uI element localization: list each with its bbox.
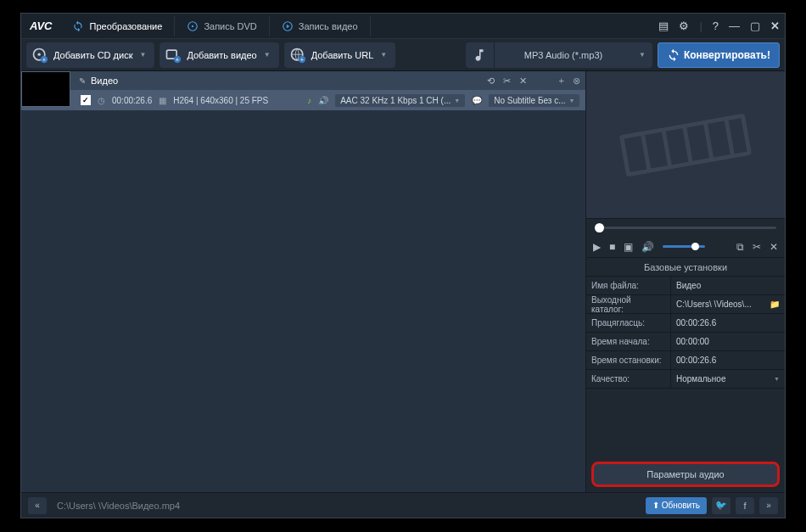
player-controls: ▶ ■ ▣ 🔊 ⧉ ✂ ✕ (586, 236, 785, 258)
chevron-down-icon: ▼ (264, 51, 271, 59)
list-empty-area (21, 110, 585, 492)
volume-slider[interactable] (663, 245, 705, 248)
stop-icon[interactable]: ■ (609, 241, 615, 253)
convert-label: Конвертировать! (684, 49, 770, 61)
thumbnail[interactable] (21, 71, 70, 107)
play-circle-icon (282, 20, 294, 32)
settings-header: Базовые установки (586, 258, 785, 277)
filename-value[interactable]: Видео (671, 277, 785, 294)
video-info-text: H264 | 640x360 | 25 FPS (173, 96, 268, 105)
prev-button[interactable]: « (28, 497, 47, 514)
volume-icon[interactable]: 🔊 (641, 241, 654, 253)
tab-dvd[interactable]: Запись DVD (175, 16, 269, 36)
stop-time[interactable]: 00:00:26.6 (671, 351, 785, 369)
tab-record[interactable]: Запись видео (270, 16, 371, 36)
play-icon[interactable]: ▶ (593, 241, 601, 253)
seek-slider[interactable] (586, 219, 785, 236)
row-duration: Працягласць:00:00:26.6 (586, 314, 785, 333)
audio-params-button[interactable]: Параметры аудио (591, 462, 780, 487)
tab-record-label: Запись видео (299, 21, 358, 31)
duration-text: 00:00:26.6 (112, 96, 152, 105)
logo: AVC (30, 20, 52, 32)
pencil-icon[interactable]: ✎ (79, 76, 86, 86)
window-controls: ▤ ⚙ | ? — ▢ ✕ (658, 20, 780, 32)
crop-icon[interactable]: ✕ (770, 241, 778, 253)
convert-button[interactable]: Конвертировать! (658, 42, 780, 68)
output-path[interactable]: C:\Users\ \Videos\...📁 (671, 295, 785, 313)
clock-icon: ◷ (98, 96, 105, 105)
add-url-button[interactable]: + Добавить URL ▼ (284, 42, 396, 68)
item-details: ✓ ◷ 00:00:26.6 ▦ H264 | 640x360 | 25 FPS… (21, 90, 585, 110)
add-cd-button[interactable]: + Добавить CD диск ▼ (26, 42, 154, 68)
facebook-icon[interactable]: f (736, 497, 754, 514)
refresh-icon (667, 48, 680, 62)
maximize-icon[interactable]: ▢ (750, 20, 760, 32)
output-format-select[interactable]: MP3 Audio (*.mp3) ▼ (466, 42, 652, 68)
svg-text:+: + (42, 56, 46, 62)
statusbar: « C:\Users\ \Videos\Видео.mp4 ⬆Обновить … (21, 492, 785, 518)
app-window: AVC Преобразование Запись DVD Запись вид… (20, 13, 786, 518)
help-icon[interactable]: ? (713, 20, 719, 32)
toolbar: + Добавить CD диск ▼ + Добавить видео ▼ … (21, 39, 785, 71)
svg-text:+: + (176, 56, 179, 62)
file-list: ✎ Видео ⟲ ✂ ✕ + ⊗ ✓ ◷ 00:00:26.6 (21, 71, 586, 492)
speaker-icon[interactable]: 🔊 (318, 96, 328, 105)
titlebar: AVC Преобразование Запись DVD Запись вид… (21, 14, 785, 39)
row-quality: Качество:Нормальное▼ (586, 370, 785, 389)
item-header[interactable]: ✎ Видео ⟲ ✂ ✕ + ⊗ (21, 71, 585, 90)
globe-plus-icon: + (289, 47, 306, 64)
next-button[interactable]: » (759, 497, 778, 514)
output-path-text: C:\Users\ \Videos\Видео.mp4 (57, 501, 180, 511)
chevron-down-icon: ▼ (380, 51, 387, 59)
film-plus-icon: + (165, 47, 182, 64)
film-icon: ▦ (159, 96, 166, 105)
row-stop: Время остановки:00:00:26.6 (586, 351, 785, 370)
update-button[interactable]: ⬆Обновить (646, 497, 707, 514)
menu-icon[interactable]: ▤ (658, 20, 669, 32)
checkbox[interactable]: ✓ (81, 95, 91, 105)
music-note-icon (466, 42, 495, 68)
chevron-down-icon: ▼ (774, 376, 780, 382)
disc-icon (187, 20, 199, 32)
trim-icon[interactable]: ✂ (753, 241, 761, 253)
chevron-down-icon: ▼ (632, 51, 652, 59)
tab-convert-label: Преобразование (89, 21, 162, 31)
subtitle-icon: 💬 (472, 96, 482, 105)
loop-icon[interactable]: ⧉ (736, 241, 744, 253)
quality-select[interactable]: Нормальное▼ (671, 370, 785, 388)
add-icon[interactable]: + (559, 76, 564, 86)
twitter-icon[interactable]: 🐦 (712, 497, 730, 514)
cd-plus-icon: + (31, 47, 48, 64)
note-icon: ♪ (307, 96, 311, 105)
subtitle-select[interactable]: No Subtitle Без с...▼ (489, 94, 579, 107)
svg-point-1 (192, 25, 193, 26)
minimize-icon[interactable]: — (729, 20, 740, 32)
gear-icon[interactable]: ⚙ (679, 20, 689, 32)
tools-icon[interactable]: ✕ (519, 76, 527, 87)
svg-text:+: + (300, 56, 304, 62)
preview-panel: ▶ ■ ▣ 🔊 ⧉ ✂ ✕ Базовые установки Имя файл… (586, 71, 785, 492)
tab-dvd-label: Запись DVD (204, 21, 256, 31)
close-icon[interactable]: ✕ (770, 20, 780, 32)
row-output: Выходной каталог:C:\Users\ \Videos\...📁 (586, 295, 785, 314)
add-video-button[interactable]: + Добавить видео ▼ (160, 42, 278, 68)
row-start: Время начала:00:00:00 (586, 333, 785, 351)
add-cd-label: Добавить CD диск (53, 50, 133, 60)
chevron-down-icon: ▼ (140, 51, 147, 59)
upload-icon: ⬆ (652, 501, 659, 510)
start-time[interactable]: 00:00:00 (671, 333, 785, 350)
main-area: ✎ Видео ⟲ ✂ ✕ + ⊗ ✓ ◷ 00:00:26.6 (21, 71, 785, 492)
format-label: MP3 Audio (*.mp3) (495, 50, 632, 60)
item-title: Видео (91, 76, 118, 86)
refresh-item-icon[interactable]: ⟲ (487, 76, 495, 87)
settings-table: Имя файла:Видео Выходной каталог:C:\User… (586, 277, 785, 389)
cut-icon[interactable]: ✂ (503, 76, 511, 87)
add-video-label: Добавить видео (187, 50, 256, 60)
snapshot-icon[interactable]: ▣ (624, 241, 633, 253)
tab-convert[interactable]: Преобразование (60, 16, 175, 36)
svg-point-4 (38, 53, 41, 55)
audio-select[interactable]: AAC 32 KHz 1 Kbps 1 CH (...▼ (335, 94, 465, 107)
folder-icon[interactable]: 📁 (770, 300, 780, 309)
filmstrip-icon (613, 98, 758, 192)
remove-icon[interactable]: ⊗ (573, 76, 580, 87)
